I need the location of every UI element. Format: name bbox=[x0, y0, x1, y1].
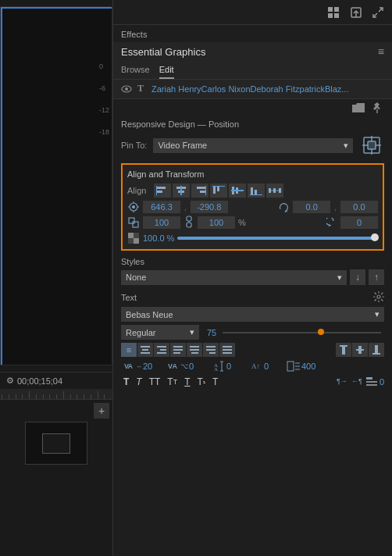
text-settings-icon[interactable] bbox=[373, 291, 384, 304]
subscript-button[interactable]: T₁ bbox=[195, 376, 208, 388]
text-layer-content[interactable]: Zariah HenryCarlos NixonDeborah Fitzpatr… bbox=[151, 84, 384, 94]
bold-button[interactable]: T bbox=[121, 376, 131, 388]
superscript-button[interactable]: T bbox=[210, 376, 220, 388]
pin-icon[interactable] bbox=[370, 102, 384, 113]
panel-menu-icon[interactable]: ≡ bbox=[378, 45, 384, 58]
scale-h-field[interactable]: 100 bbox=[198, 216, 235, 229]
tab-edit[interactable]: Edit bbox=[159, 61, 174, 79]
svg-rect-29 bbox=[212, 186, 225, 187]
tab-browse[interactable]: Browse bbox=[121, 61, 150, 79]
svg-rect-54 bbox=[134, 233, 139, 238]
small-caps-button[interactable]: TT bbox=[165, 376, 180, 388]
size-handle bbox=[318, 329, 324, 335]
styles-up-button[interactable]: ↑ bbox=[369, 269, 384, 285]
timecode-icon: ⚙ bbox=[6, 376, 14, 386]
text-align-justify2-button[interactable] bbox=[187, 343, 202, 357]
rotation2-field[interactable]: 0.0 bbox=[340, 201, 378, 213]
preview-area bbox=[0, 0, 112, 372]
svg-rect-18 bbox=[156, 187, 166, 189]
kerning-item: VA ⌥ 0 bbox=[166, 360, 205, 372]
position-x-field[interactable]: 646.3 bbox=[143, 201, 180, 213]
align-transform-title: Align and Transform bbox=[127, 169, 378, 179]
font-name: Bebas Neue bbox=[126, 310, 173, 319]
baseline-value[interactable]: 0 bbox=[264, 362, 280, 371]
opacity-slider[interactable] bbox=[177, 237, 378, 240]
text-align-justify-all-button[interactable] bbox=[219, 343, 235, 357]
opacity-icon bbox=[127, 232, 140, 244]
left-panel: ⚙ 00;00;15;04 + 0 -6 -12 -18 bbox=[0, 0, 113, 556]
expand-icon[interactable] bbox=[370, 5, 386, 20]
font-size-slider[interactable] bbox=[223, 332, 381, 333]
pin-alignment-icon[interactable] bbox=[359, 133, 384, 158]
tracking-value[interactable]: 20 bbox=[143, 362, 159, 371]
text-direction-rtl-icon[interactable]: ←¶ bbox=[351, 375, 363, 388]
font-size-value[interactable]: 75 bbox=[207, 328, 216, 337]
grid-icon[interactable] bbox=[326, 5, 342, 20]
text-align-justify-button[interactable] bbox=[170, 343, 186, 357]
font-style-dropdown[interactable]: Regular ▾ bbox=[121, 325, 199, 340]
styles-down-button[interactable]: ↓ bbox=[350, 269, 365, 285]
position-row: 646.3 , -290.8 0.0 , 0.0 bbox=[127, 201, 378, 213]
rotation-field[interactable]: 0.0 bbox=[293, 201, 330, 213]
effects-label: Effects bbox=[113, 25, 392, 42]
indent-value[interactable]: 0 bbox=[380, 377, 384, 387]
align-right-button[interactable] bbox=[191, 184, 208, 198]
opacity-value[interactable]: 100.0 % bbox=[143, 233, 174, 243]
svg-point-46 bbox=[133, 206, 135, 208]
underline-button[interactable]: T bbox=[182, 376, 192, 388]
visibility-icon[interactable] bbox=[121, 84, 132, 95]
svg-rect-93 bbox=[366, 377, 372, 380]
all-caps-button[interactable]: TT bbox=[147, 376, 163, 388]
svg-rect-34 bbox=[255, 190, 257, 195]
export-icon[interactable] bbox=[348, 5, 364, 20]
align-top-button[interactable] bbox=[210, 184, 227, 198]
add-track-button[interactable]: + bbox=[94, 403, 109, 419]
tsumi-value[interactable]: 400 bbox=[301, 362, 317, 371]
tsumi-item: 400 bbox=[287, 360, 317, 372]
svg-rect-55 bbox=[128, 238, 134, 244]
svg-rect-27 bbox=[213, 186, 216, 194]
leading-value[interactable]: 0 bbox=[226, 362, 242, 371]
text-align-row: ≡ bbox=[121, 343, 384, 357]
distribute-button[interactable] bbox=[266, 184, 283, 198]
svg-rect-32 bbox=[231, 190, 244, 191]
kerning-icon: VA bbox=[166, 360, 180, 372]
svg-text:T: T bbox=[137, 83, 144, 93]
align-left-button[interactable] bbox=[154, 184, 171, 198]
text-valign-bottom-button[interactable] bbox=[369, 343, 384, 357]
svg-rect-36 bbox=[269, 188, 271, 193]
rotation-val-field[interactable]: 0 bbox=[340, 216, 378, 229]
pin-to-dropdown[interactable]: Video Frame ▾ bbox=[153, 138, 353, 153]
svg-rect-65 bbox=[173, 352, 180, 354]
chain-link-icon[interactable] bbox=[185, 216, 193, 230]
text-direction-ltr-icon[interactable]: ¶→ bbox=[336, 375, 348, 388]
svg-rect-0 bbox=[328, 7, 333, 12]
mini-preview-inner bbox=[42, 433, 70, 454]
position-separator: , bbox=[184, 203, 187, 212]
styles-dropdown[interactable]: None ▾ bbox=[121, 270, 347, 285]
kerning-value[interactable]: 0 bbox=[189, 362, 205, 371]
text-valign-middle-button[interactable] bbox=[352, 343, 368, 357]
scale-w-field[interactable]: 100 bbox=[143, 216, 180, 229]
text-align-left-button[interactable]: ≡ bbox=[121, 343, 137, 357]
scale-unit: % bbox=[238, 218, 246, 227]
align-middle-v-button[interactable] bbox=[229, 184, 246, 198]
align-bottom-button[interactable] bbox=[248, 184, 265, 198]
text-align-justify3-button[interactable] bbox=[203, 343, 219, 357]
svg-text:←¶: ←¶ bbox=[351, 377, 362, 385]
indent-icon bbox=[365, 376, 378, 387]
svg-rect-78 bbox=[356, 349, 364, 351]
italic-button[interactable]: T bbox=[134, 376, 144, 388]
font-dropdown[interactable]: Bebas Neue ▾ bbox=[121, 307, 384, 322]
font-row: Bebas Neue ▾ bbox=[121, 307, 384, 322]
text-align-right-button[interactable] bbox=[154, 343, 169, 357]
svg-rect-94 bbox=[366, 381, 377, 383]
pin-to-value: Video Frame bbox=[158, 141, 207, 150]
opacity-row: 100.0 % bbox=[127, 232, 378, 244]
text-align-center-button[interactable] bbox=[137, 343, 153, 357]
folder-icon[interactable] bbox=[351, 102, 365, 113]
align-center-h-button[interactable] bbox=[173, 184, 190, 198]
rotation-separator: , bbox=[333, 203, 337, 212]
text-valign-top-button[interactable] bbox=[336, 343, 351, 357]
position-y-field[interactable]: -290.8 bbox=[191, 201, 228, 213]
